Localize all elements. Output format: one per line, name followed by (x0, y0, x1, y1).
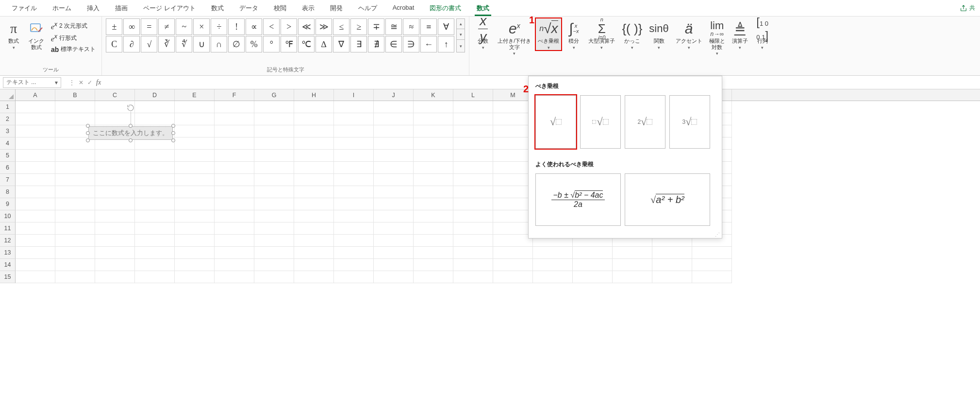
cell[interactable] (692, 259, 732, 271)
structure-matrix[interactable]: [1 00 1]行列▾ (753, 18, 772, 50)
cell[interactable] (533, 247, 573, 259)
cell[interactable] (254, 210, 294, 222)
cell[interactable] (254, 113, 294, 125)
tab-layout[interactable]: ページ レイアウト (135, 0, 203, 16)
cell[interactable] (414, 247, 453, 259)
cell[interactable] (573, 247, 613, 259)
cell[interactable] (294, 113, 334, 125)
cell[interactable] (453, 247, 493, 259)
symbol-cell[interactable]: C (106, 36, 122, 52)
row-header[interactable]: 13 (0, 247, 16, 259)
cell[interactable] (294, 210, 334, 222)
cell[interactable] (493, 210, 533, 222)
cell[interactable] (16, 162, 55, 174)
cell[interactable] (16, 174, 55, 186)
cell[interactable] (493, 235, 533, 247)
cell[interactable] (294, 198, 334, 210)
row-header[interactable]: 11 (0, 222, 16, 235)
row-header[interactable]: 6 (0, 162, 16, 174)
symbol-cell[interactable]: ≠ (158, 18, 175, 35)
cell[interactable] (493, 259, 533, 271)
cell[interactable] (95, 150, 135, 162)
cell[interactable] (374, 247, 414, 259)
cell[interactable] (294, 174, 334, 186)
cell[interactable] (95, 162, 135, 174)
cell[interactable] (533, 259, 573, 271)
row-header[interactable]: 4 (0, 137, 16, 150)
cell[interactable] (453, 125, 493, 137)
cell[interactable] (215, 101, 254, 113)
cell[interactable] (493, 162, 533, 174)
cell[interactable] (254, 125, 294, 137)
row-header[interactable]: 2 (0, 113, 16, 125)
cell[interactable] (374, 101, 414, 113)
radical-pythagoras[interactable]: √a² + b² (625, 173, 710, 226)
cell[interactable] (16, 222, 55, 235)
cell[interactable] (374, 198, 414, 210)
cell[interactable] (414, 113, 453, 125)
row-header[interactable]: 1 (0, 101, 16, 113)
cell[interactable] (453, 198, 493, 210)
cell[interactable] (254, 259, 294, 271)
cell[interactable] (453, 271, 493, 283)
cell[interactable] (493, 113, 533, 125)
symbol-cell[interactable]: ± (106, 18, 122, 35)
cell[interactable] (334, 247, 374, 259)
cell[interactable] (414, 137, 453, 150)
cell[interactable] (215, 186, 254, 198)
cell[interactable] (95, 259, 135, 271)
cell[interactable] (493, 247, 533, 259)
symbol-cell[interactable]: ∜ (176, 36, 192, 52)
cell[interactable] (95, 174, 135, 186)
cell[interactable] (414, 210, 453, 222)
row-header[interactable]: 14 (0, 259, 16, 271)
cell[interactable] (95, 222, 135, 235)
cell[interactable] (334, 198, 374, 210)
cell[interactable] (16, 259, 55, 271)
tab-draw[interactable]: 描画 (107, 0, 135, 16)
cell[interactable] (16, 137, 55, 150)
cell[interactable] (135, 150, 175, 162)
cell[interactable] (453, 174, 493, 186)
cell[interactable] (374, 162, 414, 174)
cell[interactable] (652, 247, 692, 259)
cell[interactable] (175, 222, 215, 235)
cell[interactable] (652, 271, 692, 283)
gallery-expand-button[interactable]: ▾ (456, 40, 465, 52)
cell[interactable] (374, 137, 414, 150)
cell[interactable] (294, 125, 334, 137)
cell[interactable] (175, 101, 215, 113)
cell[interactable] (692, 247, 732, 259)
cell[interactable] (16, 198, 55, 210)
radical-fourthroot[interactable]: 3√ (669, 95, 710, 149)
cell[interactable] (55, 222, 95, 235)
cell[interactable] (135, 113, 175, 125)
cell[interactable] (55, 247, 95, 259)
cell[interactable] (334, 235, 374, 247)
cell[interactable] (215, 198, 254, 210)
cell[interactable] (254, 186, 294, 198)
scroll-down-button[interactable]: ▾ (456, 29, 465, 40)
tab-equation[interactable]: 数式 (469, 0, 497, 16)
cell[interactable] (294, 162, 334, 174)
cell[interactable] (414, 186, 453, 198)
cell[interactable] (254, 101, 294, 113)
symbol-cell[interactable]: ∩ (211, 36, 227, 52)
cell[interactable] (493, 125, 533, 137)
cell[interactable] (135, 162, 175, 174)
symbol-cell[interactable]: = (141, 18, 157, 35)
cell[interactable] (453, 235, 493, 247)
cell[interactable] (55, 259, 95, 271)
cell[interactable] (334, 150, 374, 162)
cell[interactable] (215, 174, 254, 186)
cell[interactable] (294, 247, 334, 259)
cell[interactable] (453, 222, 493, 235)
row-header[interactable]: 7 (0, 174, 16, 186)
cell[interactable] (453, 210, 493, 222)
cell[interactable] (95, 235, 135, 247)
cell[interactable] (175, 125, 215, 137)
cell[interactable] (493, 174, 533, 186)
cell[interactable] (493, 137, 533, 150)
cell[interactable] (55, 162, 95, 174)
cell[interactable] (414, 101, 453, 113)
